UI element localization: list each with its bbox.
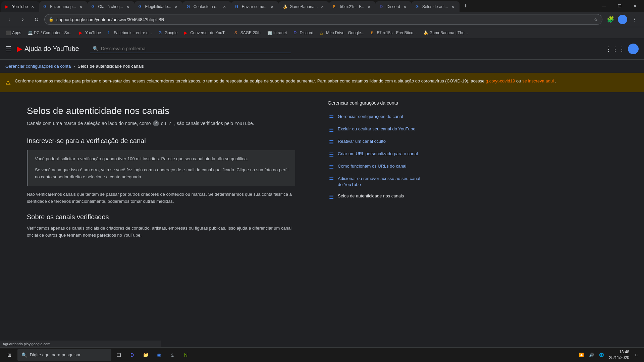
taskbar-volume-icon[interactable]: 🔊 <box>587 349 596 361</box>
breadcrumb-parent-link[interactable]: Gerenciar configurações da conta <box>5 64 71 69</box>
bookmark-apps[interactable]: ⬛ Apps <box>3 29 24 37</box>
bookmark-discord-label: Discord <box>300 31 313 35</box>
sidebar-item-4[interactable]: ☰ Como funcionam os URLs do canal <box>328 161 424 173</box>
taskbar-explorer-icon[interactable]: 📁 <box>140 349 152 361</box>
tab-close-youtube[interactable]: ✕ <box>30 4 35 9</box>
sidebar-item-label-4: Como funcionam os URLs do canal <box>338 163 407 169</box>
tab-close-8[interactable]: ✕ <box>366 4 372 9</box>
bookmark-facebook[interactable]: f Facebook – entre o... <box>105 29 154 37</box>
taskbar-notification-icon[interactable]: □ <box>632 349 641 361</box>
url-bar[interactable]: 🔒 ☆ <box>44 14 602 25</box>
start-button[interactable]: ⊞ <box>3 348 16 362</box>
sidebar-item-3[interactable]: ☰ Criar um URL personalizado para o cana… <box>328 148 424 161</box>
taskbar-date-display: 25/11/2020 <box>609 355 629 361</box>
user-avatar[interactable] <box>628 44 639 54</box>
tab-youtube[interactable]: ▶ YouTube ✕ <box>1 1 39 12</box>
yt-help-header: ☰ ▶ Ajuda do YouTube 🔍 ⋮⋮⋮ <box>0 38 644 60</box>
sage-bookmark-icon: S <box>234 31 239 35</box>
tab-5[interactable]: G Contacte a e... ✕ <box>183 1 231 12</box>
alert-link-covid[interactable]: g.co/yt-covid19 <box>486 78 515 83</box>
taskbar-system-icons: 🔼 🔊 🌐 <box>577 349 606 361</box>
tab-close-6[interactable]: ✕ <box>269 4 275 9</box>
tab-close-7[interactable]: ✕ <box>320 4 325 9</box>
bookmark-pc[interactable]: 💻 PC / Computer - So... <box>25 29 75 37</box>
tab-6[interactable]: G Enviar come... ✕ <box>231 1 279 12</box>
tab-close-3[interactable]: ✕ <box>125 4 130 9</box>
tab-bar: ▶ YouTube ✕ G Fazer uma p... ✕ G Olá, já… <box>0 0 644 12</box>
bookmark-discord[interactable]: D Discord <box>291 29 316 37</box>
apps-bookmark-icon: ⬛ <box>6 31 11 35</box>
tab-close-2[interactable]: ✕ <box>78 4 84 9</box>
new-tab-button[interactable]: + <box>461 1 470 11</box>
tab-7[interactable]: 🍌 GameBanana... ✕ <box>279 1 329 12</box>
header-right-controls: ⋮⋮⋮ <box>605 44 639 54</box>
maximize-button[interactable]: ❐ <box>612 0 627 12</box>
back-button[interactable]: ‹ <box>4 14 15 25</box>
taskbar-network-icon[interactable]: 🌐 <box>597 349 606 361</box>
alert-link-inscribe[interactable]: se inscreva aqui <box>522 78 554 83</box>
tab-9[interactable]: D Discord ✕ <box>376 1 412 12</box>
forward-button[interactable]: › <box>17 14 28 25</box>
google-apps-icon[interactable]: ⋮⋮⋮ <box>605 45 625 53</box>
window-controls: — ❐ ✕ <box>596 0 643 12</box>
alert-banner: ⚠ Conforme tomamos medidas para prioriza… <box>0 73 644 92</box>
tab-label-3: Olá, já cheg... <box>98 4 123 9</box>
taskbar-search-bar[interactable]: 🔍 Digite aqui para pesquisar <box>17 349 111 361</box>
taskbar-task-view[interactable]: ❑ <box>113 349 125 361</box>
profile-menu-button[interactable] <box>617 14 628 25</box>
bookmark-gamebanana[interactable]: 🍌 GameBanana | The... <box>421 29 470 37</box>
tab-label-7: GameBanana... <box>289 4 318 9</box>
tab-close-10[interactable]: ✕ <box>450 4 455 9</box>
section1-title: Inscrever-se para a verificação de canal <box>27 137 295 145</box>
sidebar-item-0[interactable]: ☰ Gerenciar configurações do canal <box>328 111 424 123</box>
breadcrumb-current-page: Selos de autenticidade nos canais <box>77 64 144 69</box>
tab-10[interactable]: G Selos de aut... ✕ <box>412 1 460 12</box>
bookmark-drive[interactable]: △ Meu Drive - Google... <box>317 29 367 37</box>
sidebar-item-1[interactable]: ☰ Excluir ou ocultar seu canal do YouTub… <box>328 123 424 136</box>
close-button[interactable]: ✕ <box>627 0 643 12</box>
bookmark-sage[interactable]: S SAGE 20th <box>232 29 263 37</box>
taskbar-chrome-icon[interactable]: ◉ <box>153 349 165 361</box>
address-bar: ‹ › ↻ 🔒 ☆ 🧩 ⋮ <box>0 12 644 27</box>
chrome-menu-button[interactable]: ⋮ <box>629 14 640 25</box>
taskbar-pinned-icons: ❑ D 📁 ◉ ♨ N <box>113 349 192 361</box>
tab-close-4[interactable]: ✕ <box>173 4 179 9</box>
sidebar-item-5[interactable]: ☰ Adicionar ou remover acesso ao seu can… <box>328 173 424 190</box>
taskbar-chevron-up-icon[interactable]: 🔼 <box>577 349 586 361</box>
tab-label-9: Discord <box>386 4 400 9</box>
minimize-button[interactable]: — <box>596 0 612 12</box>
bookmark-star-icon[interactable]: ☆ <box>594 17 598 22</box>
tab-8[interactable]: ₿ 50m:21s - F... ✕ <box>329 1 376 12</box>
youtube-bookmark-icon: ▶ <box>79 31 84 35</box>
search-icon: 🔍 <box>93 46 98 51</box>
sidebar-item-6[interactable]: ☰ Selos de autenticidade nos canais <box>328 190 424 203</box>
conversor-bookmark-icon: ▶ <box>184 31 189 35</box>
tab-close-9[interactable]: ✕ <box>402 4 408 9</box>
tab-favicon-7: 🍌 <box>283 4 287 9</box>
tab-3[interactable]: G Olá, já cheg... ✕ <box>88 1 135 12</box>
reload-button[interactable]: ↻ <box>31 14 42 25</box>
bookmark-drive-label: Meu Drive - Google... <box>326 31 364 35</box>
taskbar-steam-icon[interactable]: ♨ <box>166 349 178 361</box>
bookmark-youtube[interactable]: ▶ YouTube <box>76 29 104 37</box>
tab-2[interactable]: G Fazer uma p... ✕ <box>39 1 87 12</box>
tab-close-5[interactable]: ✕ <box>222 4 227 9</box>
youtube-logo-icon: ▶ <box>17 45 22 53</box>
tab-4[interactable]: G Elegibilidade... ✕ <box>135 1 183 12</box>
tab-favicon-10: G <box>416 4 420 9</box>
bookmark-freebitco[interactable]: ₿ 57m:15s - FreeBitco... <box>368 29 419 37</box>
taskbar-clock[interactable]: 13:48 25/11/2020 <box>609 349 629 361</box>
search-input[interactable] <box>101 46 288 51</box>
tab-favicon-6: G <box>235 4 240 9</box>
taskbar-nvidia-icon[interactable]: N <box>180 349 192 361</box>
sidebar-doc-icon-6: ☰ <box>329 194 334 200</box>
url-input[interactable] <box>56 17 591 22</box>
bookmark-google[interactable]: G Google <box>156 29 180 37</box>
sidebar-item-2[interactable]: ☰ Reativar um canal oculto <box>328 136 424 148</box>
bookmark-conversor[interactable]: ▶ Conversor do YouT... <box>181 29 230 37</box>
yt-search-bar[interactable]: 🔍 <box>90 45 291 53</box>
taskbar-discord-icon[interactable]: D <box>126 349 138 361</box>
extensions-button[interactable]: 🧩 <box>605 14 616 25</box>
hamburger-menu-icon[interactable]: ☰ <box>5 45 11 53</box>
bookmark-intranet[interactable]: 🏢 Intranet <box>265 29 290 37</box>
